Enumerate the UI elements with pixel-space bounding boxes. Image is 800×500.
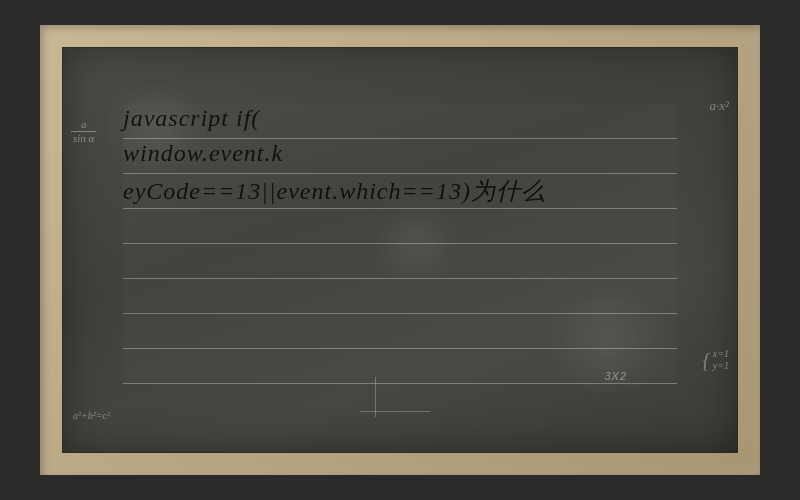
chalkboard-surface: a sin α a²+b²=c² a·x² { x=1 y=1 [62,47,738,453]
ruled-line [123,243,677,244]
ruled-line [123,208,677,209]
dimension-label: 3X2 [604,370,627,382]
fraction-numerator: a [71,118,96,132]
ruled-line [123,278,677,279]
ruled-line [123,313,677,314]
ruled-line [123,138,677,139]
decoration-formula-fraction: a sin α [71,118,96,145]
decoration-formula-pythagoras: a²+b²=c² [73,410,110,422]
decoration-formula-system: { x=1 y=1 [702,348,729,372]
text-content-area: javascript if( window.event.k eyCode==13… [123,103,677,383]
axis-sketch-icon [360,372,440,422]
brace-icon: { [702,349,710,371]
x-axis-line [360,411,430,412]
equation-line: y=1 [713,360,729,372]
decoration-formula-quadratic: a·x² [710,98,729,114]
code-text-line-1: javascript if( [123,105,260,132]
code-text-line-2: window.event.k [123,140,283,167]
ruled-line [123,173,677,174]
ruled-line [123,348,677,349]
fraction-denominator: sin α [71,132,96,145]
chalkboard-frame: a sin α a²+b²=c² a·x² { x=1 y=1 [40,25,760,475]
equation-line: x=1 [713,348,729,360]
code-text-line-3: eyCode==13||event.which==13)为什么 [123,175,546,207]
y-axis-line [375,377,376,417]
